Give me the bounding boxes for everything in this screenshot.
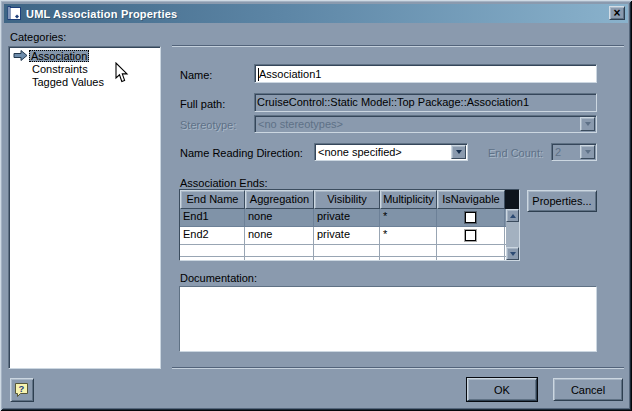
cell-end-name[interactable]: End1 xyxy=(180,209,245,226)
category-item-label[interactable]: Constraints xyxy=(30,63,90,75)
cell-visibility[interactable]: private xyxy=(314,227,380,244)
header-filler xyxy=(505,190,519,209)
categories-label: Categories: xyxy=(10,31,66,43)
table-row[interactable]: End2 none private * xyxy=(180,227,519,245)
end-count-label: End Count: xyxy=(488,147,543,159)
chevron-down-icon[interactable] xyxy=(451,145,466,159)
window-title: UML Association Properties xyxy=(26,8,177,20)
properties-button[interactable]: Properties... xyxy=(527,190,597,212)
cell-aggregation[interactable]: none xyxy=(245,209,314,226)
end-count-value: 2 xyxy=(555,146,561,158)
end-count-combobox: 2 xyxy=(551,143,597,161)
column-header-multiplicity[interactable]: Multiplicity xyxy=(380,190,437,209)
name-input[interactable] xyxy=(255,65,596,82)
column-header-end-name[interactable]: End Name xyxy=(180,190,245,209)
name-reading-direction-combobox[interactable]: <none specified> xyxy=(314,143,468,161)
category-item-constraints[interactable]: Constraints xyxy=(10,62,159,75)
table-row-empty xyxy=(180,245,519,257)
column-header-visibility[interactable]: Visibility xyxy=(314,190,380,209)
stereotype-label: Stereotype: xyxy=(180,119,236,131)
cell-aggregation[interactable]: none xyxy=(245,227,314,244)
cell-end-name[interactable]: End2 xyxy=(180,227,245,244)
table-row-empty xyxy=(180,257,519,261)
category-item-label[interactable]: Association xyxy=(29,50,89,62)
top-divider xyxy=(172,45,624,47)
stereotype-combobox: <no stereotypes> xyxy=(254,115,597,133)
text-caret xyxy=(258,68,259,81)
scroll-up-icon[interactable] xyxy=(506,209,519,222)
name-field-frame xyxy=(254,64,597,83)
help-bubble-icon: ? xyxy=(14,382,30,399)
association-ends-table[interactable]: End Name Aggregation Visibility Multipli… xyxy=(179,189,520,261)
column-header-isnavigable[interactable]: IsNavigable xyxy=(437,190,505,209)
scroll-down-icon[interactable] xyxy=(506,247,519,260)
table-scrollbar[interactable] xyxy=(506,209,519,260)
arrow-right-icon xyxy=(13,50,28,61)
help-button[interactable]: ? xyxy=(10,378,34,402)
documentation-frame xyxy=(179,286,597,352)
cell-visibility[interactable]: private xyxy=(314,209,380,226)
isnavigable-checkbox[interactable] xyxy=(465,230,476,241)
name-label: Name: xyxy=(180,69,212,81)
title-bar[interactable]: UML Association Properties × xyxy=(4,4,628,23)
svg-text:?: ? xyxy=(19,383,25,394)
full-path-value: CruiseControl::Static Model::Top Package… xyxy=(255,94,596,110)
full-path-label: Full path: xyxy=(180,98,225,110)
app-card-icon xyxy=(7,6,22,21)
chevron-down-icon xyxy=(580,117,595,131)
stereotype-value: <no stereotypes> xyxy=(258,118,343,130)
category-item-label[interactable]: Tagged Values xyxy=(30,76,106,88)
name-reading-direction-label: Name Reading Direction: xyxy=(180,147,303,159)
category-item-tagged-values[interactable]: Tagged Values xyxy=(10,75,159,88)
bottom-divider xyxy=(172,367,624,369)
categories-listbox[interactable]: Association Constraints Tagged Values xyxy=(8,46,161,369)
chevron-down-icon xyxy=(580,145,595,159)
table-header-row: End Name Aggregation Visibility Multipli… xyxy=(180,190,519,209)
name-reading-direction-value: <none specified> xyxy=(318,146,402,158)
uml-association-properties-dialog: UML Association Properties × Categories:… xyxy=(0,0,632,411)
ok-button[interactable]: OK xyxy=(467,378,537,401)
mouse-cursor-icon xyxy=(115,62,129,83)
cell-multiplicity[interactable]: * xyxy=(380,227,437,244)
cell-multiplicity[interactable]: * xyxy=(380,209,437,226)
close-icon[interactable]: × xyxy=(609,6,625,20)
documentation-label: Documentation: xyxy=(180,272,257,284)
cancel-button[interactable]: Cancel xyxy=(553,378,623,401)
full-path-field: CruiseControl::Static Model::Top Package… xyxy=(254,93,597,112)
isnavigable-checkbox[interactable] xyxy=(465,212,476,223)
documentation-textarea[interactable] xyxy=(180,287,596,351)
category-item-association[interactable]: Association xyxy=(10,49,159,62)
column-header-aggregation[interactable]: Aggregation xyxy=(245,190,314,209)
table-row[interactable]: End1 none private * xyxy=(180,209,519,227)
association-ends-label: Association Ends: xyxy=(180,177,267,189)
